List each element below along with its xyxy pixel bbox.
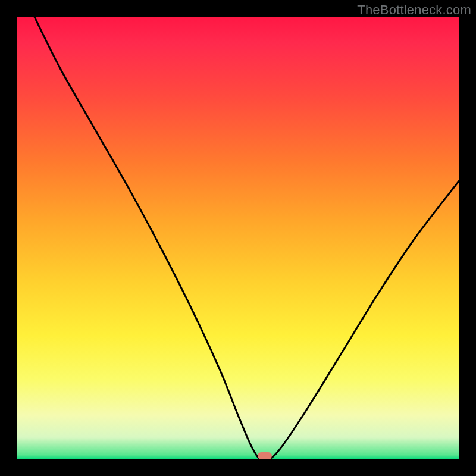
- watermark-text: TheBottleneck.com: [357, 2, 471, 18]
- curve-path: [35, 17, 459, 459]
- plot-area: [17, 17, 459, 459]
- optimal-marker: [258, 452, 272, 459]
- chart-frame: TheBottleneck.com: [0, 0, 476, 476]
- bottleneck-curve: [17, 17, 459, 459]
